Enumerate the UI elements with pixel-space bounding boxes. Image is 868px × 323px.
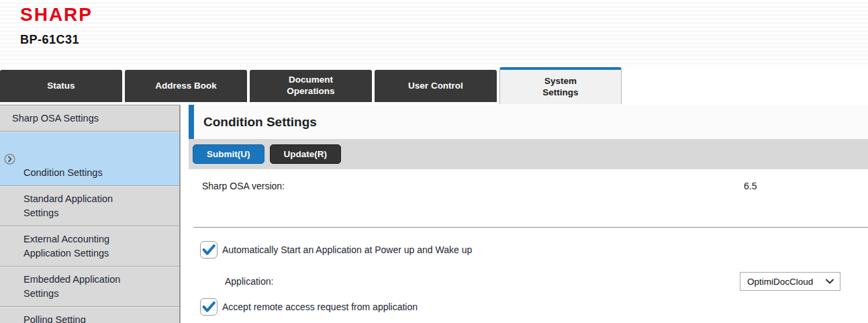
section-divider — [193, 227, 868, 228]
auto-start-row: Automatically Start an Application at Po… — [200, 241, 868, 259]
auto-start-checkbox[interactable] — [200, 241, 218, 259]
model-name: BP-61C31 — [20, 33, 868, 47]
settings-sidebar: Sharp OSA Settings Condition Settings St… — [0, 105, 181, 323]
remote-access-row: Accept remote access request from applic… — [200, 298, 868, 316]
main-tabbar: Status Address Book Document Operations … — [0, 67, 868, 102]
tab-system-settings[interactable]: System Settings — [499, 67, 622, 104]
page-header: SHARP BP-61C31 — [0, 0, 868, 67]
tab-address-book[interactable]: Address Book — [125, 70, 247, 102]
sidebar-item-condition-settings[interactable]: Condition Settings — [0, 132, 179, 186]
application-label: Application: — [225, 276, 273, 287]
sidebar-item-sharp-osa-settings[interactable]: Sharp OSA Settings — [0, 105, 179, 132]
update-button[interactable]: Update(R) — [270, 144, 342, 164]
remote-access-checkbox[interactable] — [200, 298, 218, 316]
application-row: Application: OptimiDocCloud — [225, 272, 868, 291]
auto-start-label: Automatically Start an Application at Po… — [222, 244, 472, 255]
application-selected-value: OptimiDocCloud — [747, 277, 813, 287]
osa-version-row: Sharp OSA version: 6.5 — [189, 181, 868, 192]
tab-document-operations[interactable]: Document Operations — [250, 70, 372, 102]
submit-button[interactable]: Submit(U) — [193, 144, 264, 164]
chevron-down-icon — [826, 279, 834, 284]
tab-user-control[interactable]: User Control — [375, 70, 497, 102]
page-body: Sharp OSA Settings Condition Settings St… — [0, 105, 868, 323]
page-title: Condition Settings — [189, 105, 868, 139]
application-select[interactable]: OptimiDocCloud — [740, 272, 840, 291]
sidebar-item-standard-application-settings[interactable]: Standard Application Settings — [0, 186, 179, 226]
checkmark-icon — [201, 242, 217, 258]
tab-status[interactable]: Status — [0, 70, 122, 102]
main-content: Condition Settings Submit(U) Update(R) S… — [189, 105, 868, 323]
circle-arrow-icon — [4, 153, 15, 165]
action-toolbar: Submit(U) Update(R) — [189, 139, 868, 169]
sidebar-item-embedded-application-settings[interactable]: Embedded Application Settings — [0, 267, 179, 307]
sidebar-item-external-accounting-application-settings[interactable]: External Accounting Application Settings — [0, 226, 179, 267]
osa-version-label: Sharp OSA version: — [202, 181, 285, 191]
remote-access-label: Accept remote access request from applic… — [222, 302, 418, 312]
sidebar-item-label: Condition Settings — [23, 167, 103, 178]
sidebar-item-polling-setting[interactable]: Polling Setting — [0, 307, 179, 323]
sharp-logo: SHARP — [20, 5, 868, 24]
osa-version-value: 6.5 — [744, 181, 757, 191]
checkmark-icon — [201, 299, 217, 315]
